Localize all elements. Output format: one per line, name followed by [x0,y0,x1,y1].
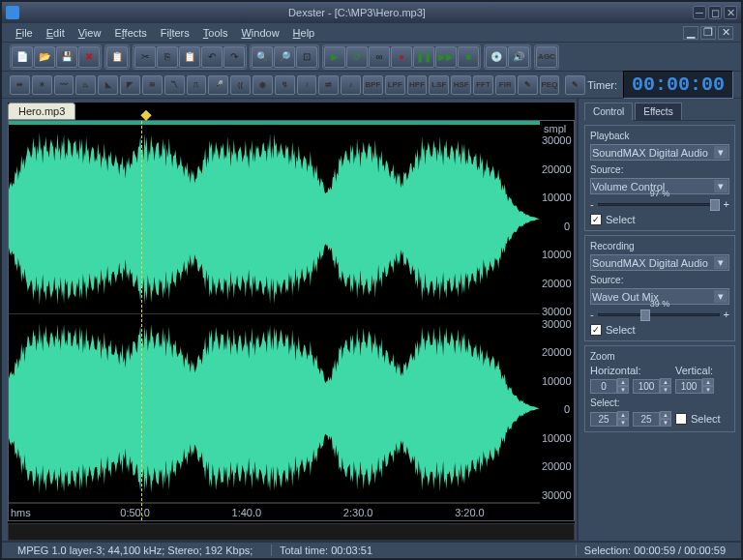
zoom-vert-label: Vertical: [675,365,729,376]
status-selection: Selection: 00:00:59 / 00:00:59 [576,545,733,556]
recording-select-checkbox[interactable]: ✓ [590,324,602,336]
fx-btn-6[interactable]: ◤ [120,75,140,95]
playback-volume-slider[interactable]: - + 97 % [590,198,729,210]
playback-source-label: Source: [590,164,729,175]
fx-btn-3[interactable]: 〰 [54,75,74,95]
fx-btn-16[interactable]: ♪ [341,75,361,95]
amplitude-ruler: smpl 3000020000100000100002000030000 300… [540,121,574,520]
fx-btn-10[interactable]: 🎤 [208,75,228,95]
peq-button[interactable]: PEQ [540,75,560,95]
cd-button[interactable]: 💿 [486,46,507,68]
redo-button[interactable]: ↷ [223,46,245,68]
stop-button[interactable]: ■ [458,46,479,68]
tab-control[interactable]: Control [584,103,633,121]
fx-btn-1[interactable]: ⬌ [10,75,30,95]
fx-btn-9[interactable]: ⎍ [187,75,207,95]
zoom-sel-b-spinbox[interactable]: ▲▼ [633,411,671,427]
chevron-down-icon: ▾ [714,180,728,192]
new-button[interactable]: 📄 [12,46,33,68]
undo-button[interactable]: ↶ [201,46,223,68]
fir-button[interactable]: FIR [495,75,516,95]
statusbar: MPEG 1.0 layer-3; 44,100 kHz; Stereo; 19… [2,541,741,558]
fx-btn-15[interactable]: ⇌ [318,75,339,95]
zoom-select-checkbox[interactable] [675,413,687,425]
recording-device-select[interactable]: SoundMAX Digital Audio▾ [590,254,729,271]
time-ruler[interactable]: hms 0:50.01:40.02:30.03:20.0 [9,503,540,520]
playback-volume-pct: 97 % [650,189,670,198]
close-button[interactable]: ✕ [724,6,737,19]
zoom-out-button[interactable]: 🔎 [274,46,295,68]
menu-window[interactable]: Window [235,25,284,41]
hpf-button[interactable]: HPF [407,75,428,95]
zoom-vert-spinbox[interactable]: ▲▼ [675,378,729,394]
recording-volume-slider[interactable]: - + 39 % [590,309,729,320]
pause-button[interactable]: ❚❚ [413,46,434,68]
agc-button[interactable]: AGC [536,46,557,68]
mdi-minimize-icon[interactable]: ▁ [683,26,698,40]
zoom-fit-button[interactable]: ⊡ [296,46,317,68]
menu-filters[interactable]: Filters [155,25,195,41]
delete-button[interactable]: ✖ [78,46,100,68]
bpf-button[interactable]: BPF [363,75,383,95]
playback-select-label: Select [606,214,636,225]
speaker-button[interactable]: 🔊 [508,46,529,68]
playhead-cursor[interactable] [141,121,142,520]
menu-tools[interactable]: Tools [197,25,234,41]
lsf-button[interactable]: LSF [429,75,449,95]
copy-button[interactable]: ⎘ [157,46,178,68]
zoom-horiz-spinbox[interactable]: ▲▼ [590,378,629,394]
fx-btn-2[interactable]: ✶ [32,75,52,95]
maximize-button[interactable]: ◻ [708,6,722,19]
ruler-unit-label: hms [11,507,31,518]
fx-btn-17[interactable]: ✎ [518,75,538,95]
fx-btn-8[interactable]: 〽 [164,75,185,95]
menu-help[interactable]: Help [287,25,321,41]
fx-btn-5[interactable]: ◣ [98,75,118,95]
playback-select-checkbox[interactable]: ✓ [590,214,602,225]
zoom-in-button[interactable]: 🔍 [252,46,273,68]
fx-btn-7[interactable]: ≋ [142,75,163,95]
hsf-button[interactable]: HSF [451,75,471,95]
open-button[interactable]: 📂 [34,46,55,68]
fx-btn-4[interactable]: ⏢ [75,75,96,95]
next-button[interactable]: ▶▶ [435,46,457,68]
file-tab[interactable]: Hero.mp3 [8,103,75,120]
playback-device-select[interactable]: SoundMAX Digital Audio▾ [590,144,729,161]
recording-title: Recording [590,241,729,251]
waveform-channel-right[interactable] [9,314,540,504]
mdi-restore-icon[interactable]: ❐ [700,26,716,40]
mdi-close-icon[interactable]: ✕ [718,26,733,40]
fx-btn-18[interactable]: ✎ [565,75,585,95]
fx-btn-13[interactable]: ↯ [275,75,295,95]
menu-edit[interactable]: Edit [41,25,71,41]
playback-section: Playback SoundMAX Digital Audio▾ Source:… [584,125,735,231]
loop-button[interactable]: ∞ [369,46,390,68]
paste-button[interactable]: 📋 [106,46,128,68]
zoom-horiz-max-spinbox[interactable]: ▲▼ [633,378,671,394]
menubar: File Edit View Effects Filters Tools Win… [2,23,741,43]
fft-button[interactable]: FFT [473,75,493,95]
menu-file[interactable]: File [10,25,39,41]
waveform-container[interactable]: hms 0:50.01:40.02:30.03:20.0 smpl 300002… [8,120,575,521]
fx-btn-11[interactable]: (( [230,75,251,95]
cut-button[interactable]: ✂ [134,46,156,68]
play-loop-button[interactable]: ⟳ [346,46,368,68]
level-meter [8,523,575,541]
chevron-down-icon: ▾ [714,146,728,159]
menu-effects[interactable]: Effects [108,25,152,41]
fx-btn-12[interactable]: ◉ [253,75,273,95]
side-panel: Control Effects Playback SoundMAX Digita… [577,99,741,541]
zoom-horiz-label: Horizontal: [590,365,671,376]
menu-view[interactable]: View [73,25,107,41]
waveform-channel-left[interactable] [9,125,540,314]
paste2-button[interactable]: 📋 [179,46,200,68]
tab-effects[interactable]: Effects [635,103,681,120]
zoom-title: Zoom [590,351,729,362]
save-button[interactable]: 💾 [56,46,77,68]
fx-btn-14[interactable]: ↕ [297,75,317,95]
lpf-button[interactable]: LPF [385,75,405,95]
minimize-button[interactable]: ─ [693,6,706,19]
zoom-sel-a-spinbox[interactable]: ▲▼ [590,411,629,427]
record-button[interactable]: ● [391,46,412,68]
play-button[interactable]: ▶ [324,46,345,68]
